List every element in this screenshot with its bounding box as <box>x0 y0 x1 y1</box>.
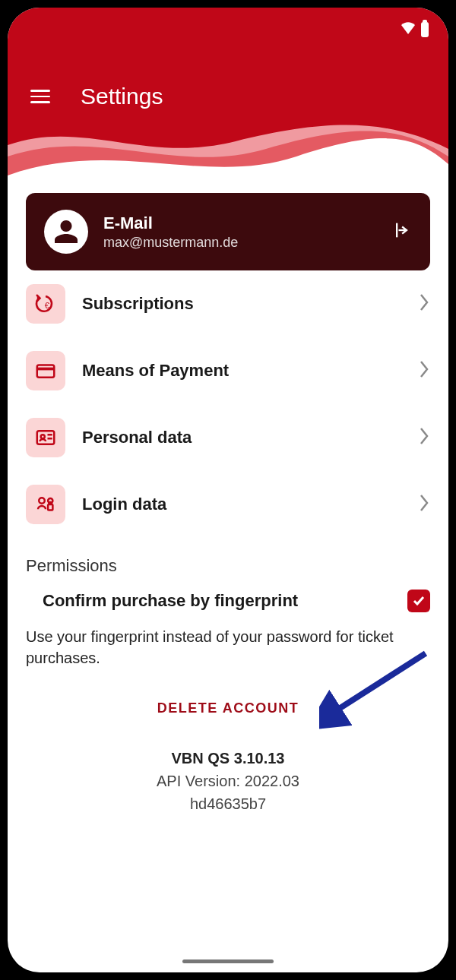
menu-item-label: Subscriptions <box>82 294 401 314</box>
menu-item-label: Personal data <box>82 428 401 447</box>
chevron-right-icon <box>418 425 430 450</box>
svg-rect-6 <box>48 504 52 511</box>
chevron-right-icon <box>418 492 430 517</box>
page-title: Settings <box>81 84 163 109</box>
menu-item-label: Means of Payment <box>82 361 401 381</box>
avatar <box>44 210 88 254</box>
status-bar <box>400 21 429 38</box>
account-email: max@mustermann.de <box>103 235 238 251</box>
account-label: E-Mail <box>103 213 238 233</box>
permission-checkbox[interactable] <box>407 590 430 612</box>
menu-item-subscriptions[interactable]: € Subscriptions <box>26 270 430 337</box>
personal-data-icon <box>26 418 65 457</box>
app-version: VBN QS 3.10.13 <box>26 747 430 770</box>
version-info: VBN QS 3.10.13 API Version: 2022.03 hd46… <box>26 747 430 815</box>
permission-hint: Use your fingerprint instead of your pas… <box>26 626 430 669</box>
app-header: Settings <box>8 8 448 175</box>
wifi-icon <box>400 21 416 38</box>
permissions-section-title: Permissions <box>26 556 430 576</box>
home-indicator <box>182 959 274 963</box>
payment-icon <box>26 351 65 390</box>
permission-label: Confirm purchase by fingerprint <box>43 591 391 611</box>
delete-account-button[interactable]: DELETE ACCOUNT <box>26 700 430 716</box>
battery-icon <box>421 22 429 37</box>
header-wave-decoration <box>8 115 448 175</box>
api-version: API Version: 2022.03 <box>26 770 430 792</box>
svg-text:€: € <box>45 301 50 310</box>
svg-rect-1 <box>37 365 55 378</box>
menu-item-payment[interactable]: Means of Payment <box>26 337 430 404</box>
signout-icon[interactable] <box>391 220 412 244</box>
account-card[interactable]: E-Mail max@mustermann.de <box>26 193 430 270</box>
svg-point-4 <box>39 498 45 504</box>
chevron-right-icon <box>418 359 430 383</box>
menu-item-label: Login data <box>82 495 401 514</box>
menu-item-login-data[interactable]: Login data <box>26 471 430 538</box>
menu-icon[interactable] <box>30 90 50 103</box>
menu-item-personal-data[interactable]: Personal data <box>26 404 430 471</box>
permission-fingerprint-row[interactable]: Confirm purchase by fingerprint <box>26 579 430 623</box>
build-hash: hd46635b7 <box>26 792 430 815</box>
subscriptions-icon: € <box>26 284 65 324</box>
login-data-icon <box>26 485 65 524</box>
chevron-right-icon <box>418 292 430 316</box>
svg-point-3 <box>41 435 45 438</box>
